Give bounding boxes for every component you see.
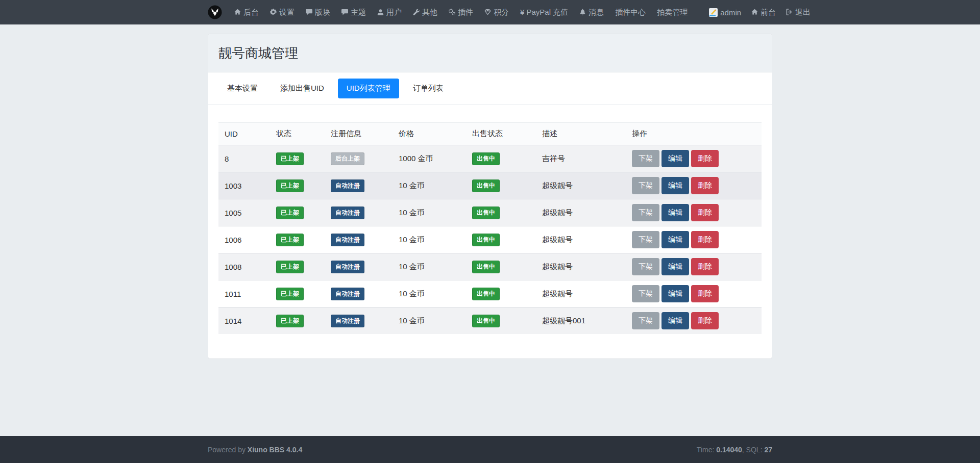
reg-badge: 自动注册	[331, 288, 364, 300]
delete-button[interactable]: 删除	[691, 150, 719, 167]
tab-basic-settings[interactable]: 基本设置	[218, 79, 266, 98]
footer-time-value: 0.14040	[716, 446, 742, 454]
cogs-icon	[449, 8, 455, 17]
edit-button[interactable]: 编辑	[662, 231, 689, 248]
price-cell: 10 金币	[393, 172, 466, 199]
takedown-button[interactable]: 下架	[632, 150, 659, 167]
desc-cell: 吉祥号	[536, 145, 626, 172]
table-row: 1008 已上架 自动注册 10 金币 出售中 超级靓号 下架编辑删除	[218, 253, 762, 280]
uid-cell: 1006	[218, 226, 270, 253]
home-icon	[751, 8, 758, 17]
sale-status-badge: 出售中	[472, 315, 500, 327]
delete-button[interactable]: 删除	[691, 204, 719, 221]
status-badge: 已上架	[276, 288, 304, 300]
edit-button[interactable]: 编辑	[662, 177, 689, 194]
price-cell: 10 金币	[393, 253, 466, 280]
card-header: 靓号商城管理	[208, 34, 772, 72]
main-card: 靓号商城管理 基本设置 添加出售UID UID列表管理 订单列表 UID 状态 …	[208, 34, 772, 359]
price-cell: 10 金币	[393, 280, 466, 307]
nav-right-menu: admin 前台 退出	[699, 8, 811, 17]
nav-item-credits[interactable]: 积分	[484, 8, 509, 17]
table-row: 1003 已上架 自动注册 10 金币 出售中 超级靓号 下架编辑删除	[218, 172, 762, 199]
takedown-button[interactable]: 下架	[632, 285, 659, 302]
nav-item-plugins[interactable]: 插件	[449, 8, 473, 17]
footer: Powered by Xiuno BBS 4.0.4 Time: 0.14040…	[0, 436, 980, 463]
column-header-ops: 操作	[626, 123, 762, 145]
desc-cell: 超级靓号	[536, 226, 626, 253]
desc-cell: 超级靓号	[536, 280, 626, 307]
desc-cell: 超级靓号	[536, 172, 626, 199]
column-header-price: 价格	[393, 123, 466, 145]
uid-cell: 1008	[218, 253, 270, 280]
delete-button[interactable]: 删除	[691, 285, 719, 302]
status-badge: 已上架	[276, 207, 304, 219]
status-badge: 已上架	[276, 261, 304, 273]
comment-icon	[341, 8, 348, 17]
card-body: UID 状态 注册信息 价格 出售状态 描述 操作 8 已上架 后台上架 10	[208, 105, 772, 358]
delete-button[interactable]: 删除	[691, 312, 719, 329]
site-logo-icon[interactable]	[208, 5, 222, 19]
nav-item-current-user[interactable]: admin	[709, 8, 741, 17]
sale-status-badge: 出售中	[472, 152, 500, 165]
sale-status-badge: 出售中	[472, 288, 500, 300]
edit-button[interactable]: 编辑	[662, 312, 689, 329]
page-title: 靓号商城管理	[218, 44, 762, 62]
tab-order-list[interactable]: 订单列表	[404, 79, 452, 98]
table-row: 1014 已上架 自动注册 10 金币 出售中 超级靓号001 下架编辑删除	[218, 307, 762, 335]
home-icon	[234, 8, 241, 17]
nav-item-paypal[interactable]: ¥ PayPal 充值	[520, 8, 568, 17]
nav-item-admin-home[interactable]: 后台	[234, 8, 259, 17]
nav-item-messages[interactable]: 消息	[579, 8, 604, 17]
admin-avatar	[709, 8, 718, 17]
status-badge: 已上架	[276, 152, 304, 165]
price-cell: 10 金币	[393, 199, 466, 226]
desc-cell: 超级靓号	[536, 253, 626, 280]
sale-status-badge: 出售中	[472, 179, 500, 192]
reg-badge: 自动注册	[331, 261, 364, 273]
table-header-row: UID 状态 注册信息 价格 出售状态 描述 操作	[218, 123, 762, 145]
nav-item-other[interactable]: 其他	[413, 8, 437, 17]
price-cell: 1000 金币	[393, 145, 466, 172]
footer-sql-value: 27	[764, 446, 772, 454]
nav-item-front-site[interactable]: 前台	[751, 8, 776, 17]
footer-stats: Time: 0.14040, SQL: 27	[697, 446, 772, 454]
nav-item-forums[interactable]: 版块	[306, 8, 330, 17]
nav-item-logout[interactable]: 退出	[786, 8, 811, 17]
table-row: 1011 已上架 自动注册 10 金币 出售中 超级靓号 下架编辑删除	[218, 280, 762, 307]
nav-item-plugin-center[interactable]: 插件中心	[615, 8, 646, 17]
tab-add-uid[interactable]: 添加出售UID	[272, 79, 333, 98]
price-cell: 10 金币	[393, 307, 466, 335]
table-row: 1006 已上架 自动注册 10 金币 出售中 超级靓号 下架编辑删除	[218, 226, 762, 253]
status-badge: 已上架	[276, 315, 304, 327]
price-cell: 10 金币	[393, 226, 466, 253]
nav-item-auction-admin[interactable]: 拍卖管理	[657, 8, 688, 17]
reg-badge: 后台上架	[331, 152, 364, 165]
footer-powered-by: Powered by Xiuno BBS 4.0.4	[208, 446, 302, 454]
nav-left-menu: 后台 设置 版块 主题 用户 其他	[234, 8, 699, 17]
column-header-sale: 出售状态	[466, 123, 536, 145]
uid-table: UID 状态 注册信息 价格 出售状态 描述 操作 8 已上架 后台上架 10	[218, 122, 762, 334]
delete-button[interactable]: 删除	[691, 231, 719, 248]
nav-item-users[interactable]: 用户	[377, 8, 402, 17]
tab-uid-list[interactable]: UID列表管理	[338, 79, 399, 98]
takedown-button[interactable]: 下架	[632, 312, 659, 329]
desc-cell: 超级靓号001	[536, 307, 626, 335]
edit-button[interactable]: 编辑	[662, 285, 689, 302]
edit-button[interactable]: 编辑	[662, 204, 689, 221]
nav-item-settings[interactable]: 设置	[270, 8, 295, 17]
status-badge: 已上架	[276, 234, 304, 246]
uid-cell: 1003	[218, 172, 270, 199]
takedown-button[interactable]: 下架	[632, 177, 659, 194]
uid-cell: 1005	[218, 199, 270, 226]
delete-button[interactable]: 删除	[691, 258, 719, 275]
edit-button[interactable]: 编辑	[662, 150, 689, 167]
column-header-uid: UID	[218, 123, 270, 145]
nav-item-threads[interactable]: 主题	[341, 8, 366, 17]
gear-icon	[270, 8, 277, 17]
takedown-button[interactable]: 下架	[632, 258, 659, 275]
takedown-button[interactable]: 下架	[632, 204, 659, 221]
edit-button[interactable]: 编辑	[662, 258, 689, 275]
status-badge: 已上架	[276, 179, 304, 192]
takedown-button[interactable]: 下架	[632, 231, 659, 248]
delete-button[interactable]: 删除	[691, 177, 719, 194]
